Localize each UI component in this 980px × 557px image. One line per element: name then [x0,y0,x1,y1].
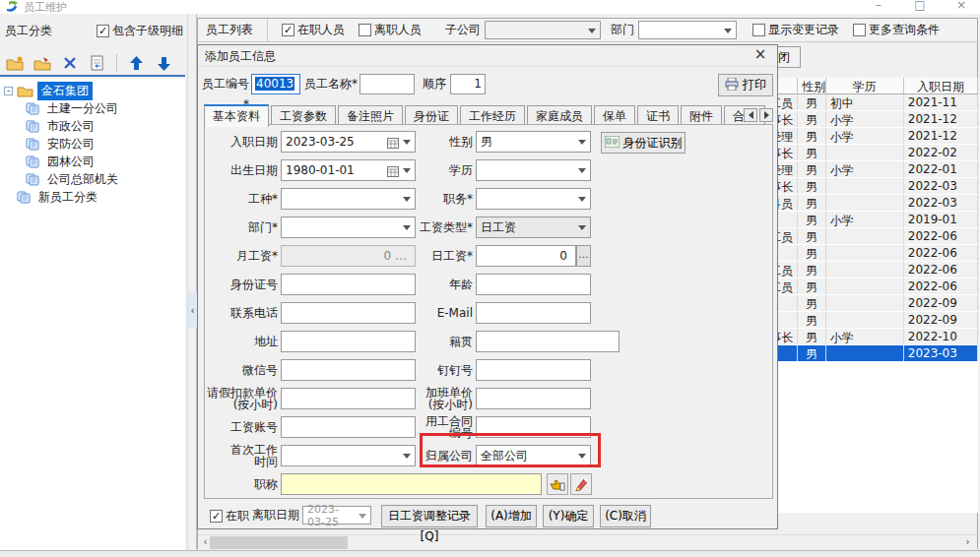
more-filters-checkbox[interactable]: 更多查询条件 [853,22,940,38]
daily-wage-adjust-button[interactable]: 日工资调整记录[Q] [381,505,478,527]
tab-6[interactable]: 保单 [594,105,635,125]
form-field[interactable]: 0 [476,245,576,267]
tree-item[interactable]: 市政公司 [0,117,185,135]
ellipsis-button[interactable]: … [576,245,591,267]
form-label: 工种* [205,188,278,210]
tab-active[interactable]: 基本资料 [204,104,269,127]
form-label: 学历 [382,159,473,181]
category-panel-title: 员工分类 [5,23,52,39]
tree-item[interactable]: 新员工分类 [0,188,185,206]
tree-item-label: 土建一分公司 [43,99,122,118]
hand-pick-icon[interactable] [547,473,568,495]
collapse-chevron-icon[interactable]: ‹ [188,292,197,328]
panel-splitter[interactable]: ‹ [187,14,197,557]
resigned-employees-checkbox[interactable]: 离职人员 [359,22,422,38]
minimize-button[interactable]: – [867,0,890,12]
table-cell: 2019-01 [904,212,978,227]
table-cell: 2022-09 [904,295,978,311]
delete-icon[interactable] [59,52,81,74]
tab-3[interactable]: 身份证 [405,105,458,125]
table-cell: 2022-03 [904,178,978,194]
tab-8[interactable]: 附件 [681,105,722,125]
chevron-down-icon [578,168,586,173]
form-field[interactable] [476,188,591,210]
active-employees-checkbox[interactable]: ✓ 在职人员 [282,22,345,38]
form-field[interactable] [476,274,591,295]
employee-list-label: 员工列表 [198,19,268,41]
print-button[interactable]: 打印 [718,74,773,96]
emp-no-input[interactable]: 40013 [251,74,300,94]
expand-collapse-icon[interactable]: - [4,87,13,95]
dialog-close-icon[interactable]: × [751,45,769,63]
print-label: 打印 [743,77,766,93]
checkbox-icon: ✓ [210,510,223,523]
resign-date-select[interactable]: 2023-03-25 [302,506,371,525]
form-label: 职称 [205,473,278,495]
job-title-input[interactable] [281,473,542,495]
emp-name-input[interactable] [359,74,415,94]
cancel-button[interactable]: (C)取消 [600,505,651,527]
document-icon [26,155,39,168]
checkbox-icon [853,24,866,36]
form-label: 请假扣款单价 (按小时) [205,388,278,409]
scrollbar-thumb[interactable] [210,536,348,549]
move-up-icon[interactable] [125,52,147,74]
window-titlebar: 员工维护 – □ × [0,0,980,14]
tab-4[interactable]: 工作经历 [460,105,525,125]
table-cell [826,278,904,294]
form-field[interactable] [476,388,591,409]
form-label: 入职日期 [205,131,278,153]
add-folder-icon[interactable] [4,52,26,74]
field-value: 0 [559,249,567,263]
form-field[interactable]: 全部公司 [476,445,591,466]
column-header[interactable]: 入职日期 [904,78,978,94]
scroll-right-icon[interactable]: › [960,535,975,550]
resign-date-value: 2023-03-25 [307,503,355,528]
form-label: 钉钉号 [382,359,473,381]
tree-item[interactable]: 安防公司 [0,135,185,153]
table-cell: 2021-11 [904,94,978,110]
tree-item[interactable]: 公司总部机关 [0,170,185,188]
close-window-button[interactable]: × [949,0,973,12]
show-changes-checkbox[interactable]: 显示变更记录 [752,22,839,38]
tab-1[interactable]: 工资参数 [271,105,336,125]
ok-button[interactable]: (Y)确定 [543,505,594,527]
form-label: 性别 [382,131,473,153]
subsidiary-select[interactable] [485,21,601,39]
form-field[interactable] [476,159,591,181]
form-field[interactable] [476,359,591,381]
include-sub-label: 包含子级明细 [112,23,183,39]
form-field[interactable] [476,331,620,352]
tree-item[interactable]: -金石集团 [0,82,185,99]
tab-scroll-right-icon[interactable] [759,108,773,122]
column-header[interactable]: 性别 [798,78,826,94]
tree-item[interactable]: 土建一分公司 [0,99,185,117]
table-cell [826,145,904,160]
tab-scroll-left-icon[interactable] [744,108,757,122]
tree-item[interactable]: 园林公司 [0,153,185,170]
tab-7[interactable]: 证书 [637,105,679,125]
tab-5[interactable]: 家庭成员 [527,105,592,125]
order-input[interactable]: 1 [450,74,486,94]
refresh-doc-icon[interactable] [87,52,108,74]
active-employees-label: 在职人员 [297,22,345,38]
tree-item-label: 金石集团 [37,82,93,100]
tab-2[interactable]: 备注照片 [338,105,403,125]
form-field[interactable] [476,416,591,438]
form-field[interactable] [476,302,591,324]
column-header[interactable]: 学历 [826,78,904,94]
edit-folder-icon[interactable] [32,52,53,74]
form-field[interactable]: 日工资 [476,217,591,238]
edit-pencil-icon[interactable] [570,473,592,495]
form-row: 联系电话E-Mail [205,302,774,324]
department-select[interactable] [638,21,737,39]
form-field[interactable]: 男 [476,131,591,153]
form-row: 请假扣款单价 (按小时)加班单价 (按小时) [205,388,774,409]
table-cell: 男 [798,212,826,227]
horizontal-scrollbar[interactable]: ‹ › [198,534,977,549]
active-checkbox[interactable]: ✓ 在职 [210,508,249,525]
move-down-icon[interactable] [153,52,174,74]
include-sub-checkbox[interactable]: ✓ 包含子级明细 [97,23,183,39]
add-button[interactable]: (A)增加 [486,505,537,527]
maximize-button[interactable]: □ [908,0,932,12]
